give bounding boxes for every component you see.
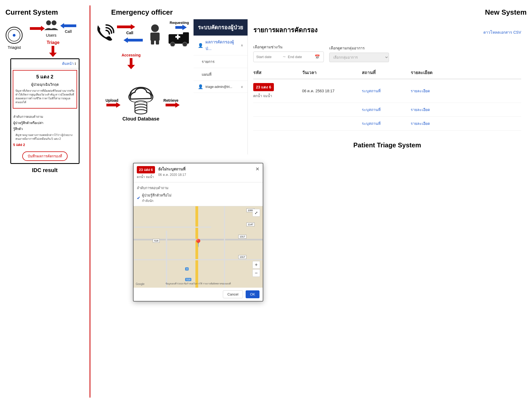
row3-detail-link[interactable]: รายละเอียด [411, 121, 430, 126]
svg-point-3 [46, 20, 51, 25]
map-modal-badge: 23 แดง 6 [137, 166, 155, 173]
cloud-database-label: Cloud Database [122, 116, 159, 122]
map-terms: ข้อมูลแผนที่ ©2020 ข้อกำหนดในการใช้ รายง… [166, 282, 230, 285]
row2-location[interactable]: ระบุสถานที่ [362, 107, 411, 113]
sidebar-item-admin[interactable]: 👤 triage-admin@tri... ∨ [194, 81, 248, 93]
svg-point-4 [52, 20, 56, 25]
start-date-input[interactable] [256, 55, 281, 59]
stethoscope-icon [5, 27, 23, 44]
table-row: ระบุสถานที่ รายละเอียด [253, 117, 521, 131]
person-icon [145, 23, 164, 45]
content-title: รายการผลการคัดกรอง [253, 25, 318, 35]
table-row: ระบุสถานที่ รายละเอียด [253, 103, 521, 117]
sidebar-results-label: ผลการคัดกรองผู้ป่... [205, 39, 239, 52]
triagist-label: Triagist [8, 45, 21, 50]
map-modal-qa-item-answer: กำลังนัก [142, 198, 172, 203]
map-zoom-controls: + − [252, 261, 260, 277]
row1-datetime: 06 ต.ค. 2563 18:17 [302, 88, 362, 94]
row1-code: 23 แดง 6 ตกน้ำ จมน้ำ [253, 83, 302, 99]
row1-score-badge: 23 แดง 6 [253, 83, 274, 91]
idc-bottom-note: สัญชาตญาณทางการแพทย์กล่าวไว้ว่า ผู้ป่วยบ… [13, 132, 77, 142]
row1-detail[interactable]: รายละเอียด [411, 88, 460, 94]
filter-date-label: เลือกดูตามช่วงวัน [253, 44, 324, 50]
sidebar-map-label: แผนที่ [202, 71, 211, 77]
check-icon: ✔ [137, 195, 140, 201]
map-cancel-button[interactable]: Cancel [223, 290, 243, 298]
zoom-in-button[interactable]: + [252, 261, 260, 269]
row1-detail-link[interactable]: รายละเอียด [411, 89, 430, 93]
map-modal-date: 06 ต.ค. 2020 18:17 [158, 172, 252, 177]
end-date-input[interactable] [288, 55, 312, 59]
idc-score-bottom: 5 แดง 2 [13, 142, 77, 148]
idc-subtitle: ผู้ป่วยฉุกเฉินวิกฤต [15, 82, 74, 87]
sidebar-person-icon-1: 👤 [198, 43, 203, 48]
sidebar-item-list[interactable]: รายการ [194, 55, 248, 68]
map-pin: 📍 [194, 239, 203, 247]
row1-incident: ตกน้ำ จมน้ำ [253, 93, 302, 99]
sidebar-header: ระบบคัดกรองผู้ป่วย [194, 19, 248, 36]
sidebar-item-map[interactable]: แผนที่ [194, 68, 248, 81]
svg-point-2 [13, 34, 15, 37]
col-header-datetime: วันเวลา [302, 69, 362, 76]
csv-download-link[interactable]: ดาวโหลดเอกสาร CSV [483, 29, 521, 35]
row2-detail-link[interactable]: รายละเอียด [411, 107, 430, 112]
row2-detail[interactable]: รายละเอียด [411, 107, 460, 113]
idc-header-link[interactable]: ต้นหน้า [62, 61, 74, 66]
idc-score: 5 แดง 2 [15, 73, 74, 81]
users-icon [44, 19, 59, 33]
map-area[interactable]: 1006 1147 1317 1317 516 8 518 📍 ⤢ + − Go… [134, 206, 263, 288]
svg-rect-8 [156, 40, 159, 45]
triage-label: Triage [47, 40, 59, 45]
retrieve-label: Retrieve [163, 98, 178, 103]
results-table: รหัส วันเวลา สถานที่ รายละเอียด 23 แดง 6… [253, 66, 521, 131]
map-expand-button[interactable]: ⤢ [252, 209, 260, 217]
col-header-location: สถานที่ [362, 69, 411, 76]
idc-qa-section-title: ลำดับการตอบคำถาม [13, 114, 77, 119]
svg-rect-12 [177, 34, 179, 39]
col-header-code: รหัส [253, 69, 302, 76]
emergency-officer-title: Emergency officer [111, 8, 173, 16]
svg-point-5 [151, 24, 159, 32]
map-modal-qa-item-label: ผู้ป่วยรู้สึกตัวหรือไม่ [142, 192, 172, 198]
map-modal-qa-title: ลำดับการตอบคำถาม [137, 185, 259, 191]
col-header-detail: รายละเอียด [411, 69, 460, 76]
map-modal-incident: ตกน้ำ จมน้ำ [137, 174, 155, 179]
zoom-out-button[interactable]: − [252, 269, 260, 277]
cloud-database-icon: Cloud Database [122, 83, 159, 122]
row3-location-link[interactable]: ระบุสถานที่ [362, 121, 381, 126]
google-label: Google [136, 283, 144, 285]
idc-result-label: IDC result [5, 167, 84, 173]
requesting-label: Requesting [170, 21, 189, 25]
phone-icon [93, 23, 114, 46]
users-label: Users [46, 33, 56, 37]
current-system-title: Current System [5, 8, 84, 17]
calendar-icon[interactable]: 📅 [315, 54, 320, 59]
idc-description: ปัญหาที่เกิดจากอาการที่มีผลต่อชีวิตอย่าง… [15, 89, 74, 104]
svg-rect-6 [150, 33, 160, 41]
sidebar-item-results[interactable]: 👤 ผลการคัดกรองผู้ป่... ∧ [194, 36, 248, 55]
ambulance-icon [167, 30, 192, 47]
upload-label: Upload [106, 98, 118, 103]
row3-detail[interactable]: รายละเอียด [411, 120, 460, 126]
app-sidebar: ระบบคัดกรองผู้ป่วย 👤 ผลการคัดกรองผู้ป่..… [194, 19, 248, 154]
filter-group-label: เลือกดูตามกลุ่มอาการ [329, 45, 389, 51]
map-modal: 23 แดง 6 ตกน้ำ จมน้ำ ยังไม่ระบุสถานที่ 0… [133, 163, 263, 302]
group-select[interactable]: เลือกกลุ่มอาการ [329, 53, 389, 62]
table-row: 23 แดง 6 ตกน้ำ จมน้ำ 06 ต.ค. 2563 18:17 … [253, 79, 521, 103]
map-ok-button[interactable]: OK [246, 290, 259, 298]
new-system-title: New System [194, 8, 527, 17]
date-range-input[interactable]: ~ 📅 [253, 52, 324, 62]
qa-item-answer: รู้สึกตัว [13, 126, 77, 131]
patient-triage-label: Patient Triage System [253, 141, 521, 149]
svg-rect-7 [151, 40, 154, 45]
row1-location-link[interactable]: ระบุสถานที่ [362, 89, 381, 93]
idc-submit-button[interactable]: บันทึกผลการคัดกรองที่ [22, 151, 68, 161]
call-label: Call [65, 29, 72, 34]
row2-location-link[interactable]: ระบุสถานที่ [362, 107, 381, 112]
sidebar-admin-label: triage-admin@tri... [205, 85, 232, 89]
idc-card: ต้นหน้า ℹ 5 แดง 2 ผู้ป่วยฉุกเฉินวิกฤต ปั… [10, 58, 80, 164]
map-modal-close-button[interactable]: ✕ [255, 166, 259, 172]
row3-location[interactable]: ระบุสถานที่ [362, 120, 411, 126]
emergency-call-label: Call [126, 31, 133, 35]
row1-location[interactable]: ระบุสถานที่ [362, 88, 411, 94]
